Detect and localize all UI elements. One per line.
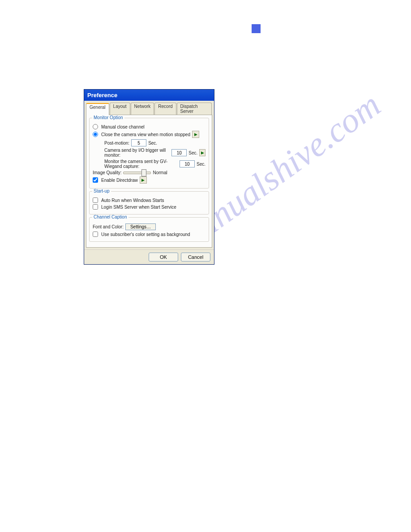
- post-motion-label: Post-motion:: [104, 141, 129, 146]
- settings-button[interactable]: Settings…: [125, 223, 156, 230]
- enable-directdraw-label: Enable Directdraw: [101, 178, 138, 183]
- legend-monitor-option: Monitor Option: [92, 115, 124, 120]
- use-subscriber-label: Use subscriber's color setting as backgr…: [101, 232, 190, 237]
- group-monitor-option: Monitor Option Manual close channel Clos…: [89, 118, 209, 189]
- cancel-button[interactable]: Cancel: [181, 253, 210, 262]
- dialog-titlebar: Preference: [84, 90, 214, 101]
- tab-network[interactable]: Network: [131, 103, 154, 115]
- play-icon[interactable]: ▶: [199, 149, 206, 156]
- login-sms-label: Login SMS Server when Start Service: [101, 205, 176, 210]
- tab-general[interactable]: General: [86, 103, 109, 115]
- image-quality-label: Image Quality:: [93, 170, 121, 175]
- legend-startup: Start-up: [92, 189, 111, 193]
- preference-dialog: Preference General Layout Network Record…: [84, 89, 214, 265]
- radio-close-when-stopped[interactable]: [93, 132, 98, 137]
- tab-record[interactable]: Record: [154, 103, 176, 115]
- group-channel-caption: Channel Caption Font and Color: Settings…: [89, 217, 209, 242]
- post-motion-unit: Sec.: [148, 141, 157, 146]
- auto-run-label: Auto Run when Windows Starts: [101, 198, 164, 203]
- tab-layout[interactable]: Layout: [110, 103, 130, 115]
- ok-button[interactable]: OK: [149, 253, 178, 262]
- dialog-footer: OK Cancel: [84, 249, 214, 264]
- io-trigger-unit: Sec.: [188, 150, 197, 155]
- slider-thumb-icon[interactable]: [141, 169, 146, 176]
- legend-channel-caption: Channel Caption: [92, 215, 128, 219]
- io-trigger-input[interactable]: [171, 149, 187, 156]
- radio-manual-close-label: Manual close channel: [101, 124, 145, 129]
- wiegand-unit: Sec.: [197, 162, 206, 167]
- font-color-label: Font and Color:: [93, 224, 124, 229]
- radio-manual-close[interactable]: [93, 124, 98, 129]
- io-trigger-label: Camera send by I/O trigger will monitor:: [104, 148, 170, 158]
- image-quality-slider[interactable]: [123, 172, 151, 174]
- dialog-title: Preference: [87, 92, 117, 99]
- checkbox-auto-run[interactable]: [93, 197, 98, 203]
- image-quality-value: Normal: [153, 170, 167, 175]
- checkbox-enable-directdraw[interactable]: [93, 177, 98, 183]
- checkbox-use-subscriber-color[interactable]: [93, 232, 98, 237]
- group-startup: Start-up Auto Run when Windows Starts Lo…: [89, 191, 209, 215]
- checkbox-login-sms[interactable]: [93, 204, 98, 210]
- play-icon[interactable]: ▶: [140, 176, 147, 184]
- wiegand-input[interactable]: [180, 160, 195, 167]
- tab-row: General Layout Network Record Dispatch S…: [84, 101, 214, 115]
- post-motion-input[interactable]: [131, 139, 146, 146]
- wiegand-label: Monitor the camera sent by GV-Wiegand ca…: [104, 159, 178, 169]
- radio-close-when-stopped-label: Close the camera view when motion stoppe…: [101, 132, 190, 137]
- tab-body: Monitor Option Manual close channel Clos…: [86, 115, 212, 248]
- decoration-square: [252, 24, 261, 33]
- tab-dispatch-server[interactable]: Dispatch Server: [177, 103, 212, 115]
- play-icon[interactable]: ▶: [192, 131, 199, 138]
